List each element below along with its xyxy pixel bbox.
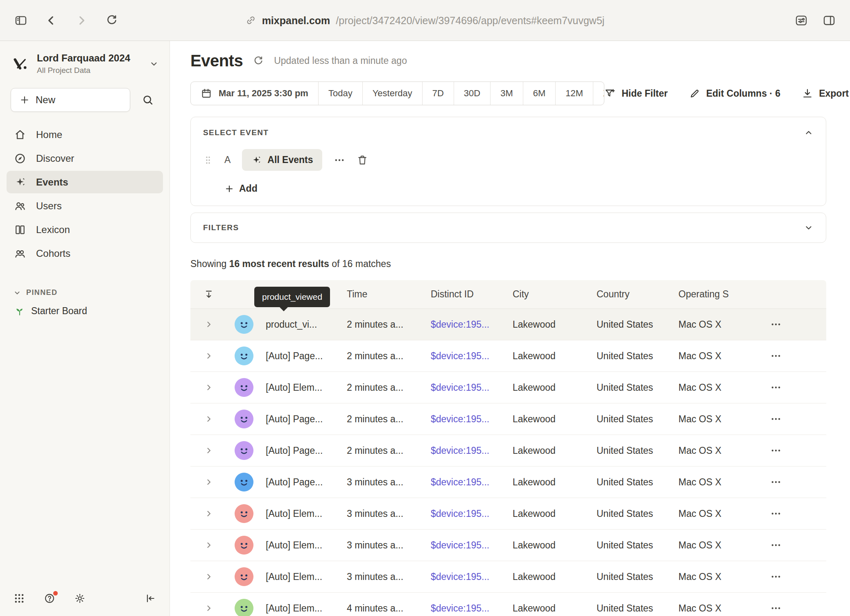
- distinct-id-link[interactable]: $device:195...: [425, 445, 507, 456]
- sidebar-toggle-icon[interactable]: [14, 14, 28, 27]
- edit-columns-button[interactable]: Edit Columns · 6: [689, 88, 780, 99]
- city-cell: Lakewood: [507, 319, 591, 330]
- date-picker-button[interactable]: Mar 11, 2025 3:30 pm: [191, 82, 318, 105]
- distinct-id-link[interactable]: $device:195...: [425, 571, 507, 582]
- distinct-id-link[interactable]: $device:195...: [425, 414, 507, 425]
- chevron-up-icon[interactable]: [804, 128, 814, 138]
- range-xtd-dropdown[interactable]: XTD: [593, 82, 604, 105]
- row-actions-button[interactable]: [770, 319, 782, 330]
- range-6m[interactable]: 6M: [523, 82, 556, 105]
- drag-handle-icon[interactable]: [203, 155, 213, 165]
- row-actions-button[interactable]: [770, 602, 782, 614]
- distinct-id-link[interactable]: $device:195...: [425, 319, 507, 330]
- add-event-button[interactable]: Add: [224, 183, 258, 194]
- column-header-city[interactable]: City: [507, 289, 591, 300]
- back-icon[interactable]: [44, 14, 58, 27]
- event-name-cell: [Auto] Elem...: [260, 540, 341, 551]
- table-row[interactable]: [Auto] Elem... 3 minutes a... $device:19…: [190, 530, 826, 561]
- expand-row-icon[interactable]: [204, 477, 214, 487]
- row-actions-button[interactable]: [770, 350, 782, 362]
- range-today[interactable]: Today: [318, 82, 362, 105]
- row-actions-button[interactable]: [770, 508, 782, 519]
- expand-row-icon[interactable]: [204, 572, 214, 582]
- range-yesterday[interactable]: Yesterday: [362, 82, 422, 105]
- expand-row-icon[interactable]: [204, 414, 214, 424]
- results-prefix: Showing: [190, 258, 229, 269]
- table-row[interactable]: [Auto] Elem... 2 minutes a... $device:19…: [190, 372, 826, 403]
- chevron-down-icon[interactable]: [804, 223, 814, 233]
- row-actions-button[interactable]: [770, 476, 782, 488]
- delete-event-button[interactable]: [357, 154, 368, 166]
- mixpanel-logo: [11, 54, 29, 73]
- expand-row-icon[interactable]: [204, 603, 214, 613]
- range-3m[interactable]: 3M: [490, 82, 523, 105]
- city-cell: Lakewood: [507, 351, 591, 362]
- table-row[interactable]: [Auto] Elem... 3 minutes a... $device:19…: [190, 561, 826, 593]
- reload-icon[interactable]: [105, 14, 119, 27]
- sidebar-item-users[interactable]: Users: [7, 195, 163, 217]
- distinct-id-link[interactable]: $device:195...: [425, 508, 507, 519]
- os-cell: Mac OS X: [673, 477, 759, 488]
- filters-card[interactable]: FILTERS: [190, 213, 826, 243]
- split-view-icon[interactable]: [822, 14, 836, 27]
- table-row[interactable]: [Auto] Page... 2 minutes a... $device:19…: [190, 403, 826, 435]
- expand-row-icon[interactable]: [204, 351, 214, 361]
- collapse-sidebar-icon[interactable]: [144, 592, 156, 605]
- results-count: 16 most recent results: [229, 258, 329, 269]
- distinct-id-link[interactable]: $device:195...: [425, 351, 507, 362]
- ellipsis-icon: [770, 319, 782, 330]
- export-button[interactable]: Export: [802, 88, 849, 99]
- new-button[interactable]: New: [11, 88, 130, 112]
- pinned-section-header[interactable]: PINNED: [0, 288, 170, 297]
- project-switcher[interactable]: Lord Farquaad 2024 All Project Data: [0, 52, 170, 75]
- range-12m[interactable]: 12M: [555, 82, 593, 105]
- distinct-id-link[interactable]: $device:195...: [425, 382, 507, 393]
- collapse-all-button[interactable]: [190, 289, 227, 300]
- range-30d[interactable]: 30D: [454, 82, 490, 105]
- refresh-icon[interactable]: [253, 55, 264, 67]
- column-header-country[interactable]: Country: [591, 289, 673, 300]
- search-button[interactable]: [137, 89, 159, 111]
- expand-row-icon[interactable]: [204, 540, 214, 550]
- calendar-icon: [201, 88, 212, 99]
- row-actions-button[interactable]: [770, 445, 782, 456]
- table-row[interactable]: [Auto] Page... 3 minutes a... $device:19…: [190, 467, 826, 498]
- address-bar[interactable]: mixpanel.com/project/3472420/view/397469…: [246, 14, 605, 26]
- expand-row-icon[interactable]: [204, 446, 214, 455]
- sidebar-item-home[interactable]: Home: [7, 123, 163, 146]
- help-icon[interactable]: [43, 592, 56, 605]
- expand-row-icon[interactable]: [204, 319, 214, 329]
- column-header-time[interactable]: Time: [341, 289, 425, 300]
- forward-icon[interactable]: [75, 14, 88, 27]
- ellipsis-icon: [770, 382, 782, 393]
- page-settings-icon[interactable]: [794, 14, 808, 27]
- apps-grid-icon[interactable]: [13, 592, 25, 605]
- avatar: [235, 315, 253, 334]
- event-options-button[interactable]: [334, 154, 345, 166]
- sidebar-item-discover[interactable]: Discover: [7, 147, 163, 170]
- table-row[interactable]: [Auto] Page... 2 minutes a... $device:19…: [190, 435, 826, 467]
- column-header-distinct-id[interactable]: Distinct ID: [425, 289, 507, 300]
- event-select-button[interactable]: All Events: [242, 149, 322, 171]
- expand-row-icon[interactable]: [204, 383, 214, 392]
- column-header-os[interactable]: Operating S: [673, 289, 759, 300]
- range-7d[interactable]: 7D: [422, 82, 454, 105]
- row-actions-button[interactable]: [770, 539, 782, 551]
- sidebar-item-starter-board[interactable]: Starter Board: [0, 305, 170, 317]
- sidebar-item-lexicon[interactable]: Lexicon: [7, 218, 163, 241]
- table-row[interactable]: [Auto] Elem... 4 minutes a... $device:19…: [190, 593, 826, 616]
- expand-row-icon[interactable]: [204, 509, 214, 519]
- distinct-id-link[interactable]: $device:195...: [425, 477, 507, 488]
- hide-filter-button[interactable]: Hide Filter: [604, 88, 667, 99]
- row-actions-button[interactable]: [770, 382, 782, 393]
- gear-icon[interactable]: [74, 592, 86, 605]
- table-row[interactable]: [Auto] Elem... 3 minutes a... $device:19…: [190, 498, 826, 530]
- row-actions-button[interactable]: [770, 571, 782, 582]
- table-row[interactable]: [Auto] Page... 2 minutes a... $device:19…: [190, 340, 826, 372]
- distinct-id-link[interactable]: $device:195...: [425, 603, 507, 614]
- distinct-id-link[interactable]: $device:195...: [425, 540, 507, 551]
- sidebar-item-events[interactable]: Events: [7, 171, 163, 193]
- country-cell: United States: [591, 351, 673, 362]
- sidebar-item-cohorts[interactable]: Cohorts: [7, 242, 163, 265]
- row-actions-button[interactable]: [770, 413, 782, 425]
